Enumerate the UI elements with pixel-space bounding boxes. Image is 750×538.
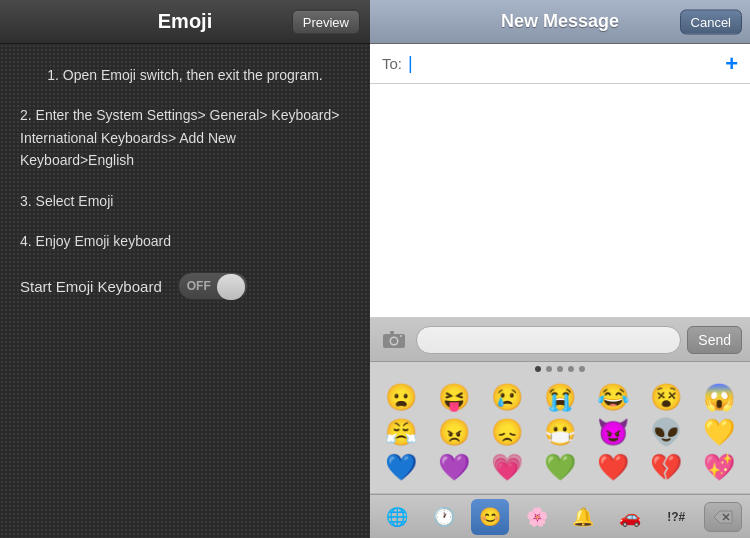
camera-button[interactable] bbox=[378, 324, 410, 356]
emoji-sad[interactable]: 😞 bbox=[491, 417, 523, 448]
emoji-row-2: 😤 😠 😞 😷 😈 👽 💛 bbox=[374, 417, 746, 448]
emoji-yellow-heart[interactable]: 💛 bbox=[703, 417, 735, 448]
emoji-laugh-cry[interactable]: 😂 bbox=[597, 382, 629, 413]
dot-2 bbox=[546, 366, 552, 372]
emoji-alien[interactable]: 👽 bbox=[650, 417, 682, 448]
preview-button[interactable]: Preview bbox=[292, 9, 360, 34]
svg-point-2 bbox=[391, 338, 397, 344]
to-row: To: | + bbox=[370, 44, 750, 84]
start-label: Start Emoji Keyboard bbox=[20, 278, 162, 295]
svg-point-4 bbox=[400, 335, 402, 337]
globe-button[interactable]: 🌐 bbox=[378, 499, 416, 535]
message-input[interactable] bbox=[416, 326, 681, 354]
right-panel: New Message Cancel To: | + Send 😦 bbox=[370, 0, 750, 538]
to-label: To: bbox=[382, 55, 402, 72]
toggle-label: OFF bbox=[187, 279, 211, 293]
emoji-pink-heart[interactable]: 💗 bbox=[491, 452, 523, 483]
emoji-mask[interactable]: 😷 bbox=[544, 417, 576, 448]
emoji-worried[interactable]: 😦 bbox=[385, 382, 417, 413]
emoji-toolbar: 🌐 🕐 😊 🌸 🔔 🚗 !?# bbox=[370, 494, 750, 538]
emoji-red-heart[interactable]: ❤️ bbox=[597, 452, 629, 483]
emoji-sob[interactable]: 😭 bbox=[544, 382, 576, 413]
emoji-steam[interactable]: 😤 bbox=[385, 417, 417, 448]
emoji-angry[interactable]: 😠 bbox=[438, 417, 470, 448]
emoji-section: 😦 😝 😢 😭 😂 😵 😱 😤 😠 😞 😷 😈 👽 💛 💙 💜 💗 💚 ❤️ 💔 bbox=[370, 376, 750, 494]
bell-button[interactable]: 🔔 bbox=[564, 499, 602, 535]
left-title: Emoji bbox=[158, 10, 212, 33]
emoji-green-heart[interactable]: 💚 bbox=[544, 452, 576, 483]
dot-3 bbox=[557, 366, 563, 372]
emoji-button[interactable]: 😊 bbox=[471, 499, 509, 535]
recent-button[interactable]: 🕐 bbox=[425, 499, 463, 535]
step-1: 1. Open Emoji switch, then exit the prog… bbox=[20, 64, 350, 86]
emoji-squint[interactable]: 😝 bbox=[438, 382, 470, 413]
send-button[interactable]: Send bbox=[687, 326, 742, 354]
delete-button[interactable] bbox=[704, 502, 742, 532]
svg-rect-3 bbox=[390, 331, 394, 334]
emoji-devil[interactable]: 😈 bbox=[597, 417, 629, 448]
toggle-knob bbox=[217, 274, 245, 300]
left-content: 1. Open Emoji switch, then exit the prog… bbox=[0, 44, 370, 538]
add-recipient-button[interactable]: + bbox=[725, 51, 738, 77]
emoji-sparkle-heart[interactable]: 💖 bbox=[703, 452, 735, 483]
dot-1 bbox=[535, 366, 541, 372]
dot-4 bbox=[568, 366, 574, 372]
emoji-dizzy[interactable]: 😵 bbox=[650, 382, 682, 413]
left-header: Emoji Preview bbox=[0, 0, 370, 44]
page-dots bbox=[370, 362, 750, 376]
symbols-button[interactable]: !?# bbox=[657, 499, 695, 535]
message-title: New Message bbox=[501, 11, 619, 32]
left-panel: Emoji Preview 1. Open Emoji switch, then… bbox=[0, 0, 370, 538]
right-header: New Message Cancel bbox=[370, 0, 750, 44]
step-3: 3. Select Emoji bbox=[20, 190, 350, 212]
emoji-blue-heart[interactable]: 💙 bbox=[385, 452, 417, 483]
dot-5 bbox=[579, 366, 585, 372]
travel-button[interactable]: 🚗 bbox=[611, 499, 649, 535]
emoji-broken-heart[interactable]: 💔 bbox=[650, 452, 682, 483]
emoji-scream[interactable]: 😱 bbox=[703, 382, 735, 413]
start-row: Start Emoji Keyboard OFF bbox=[20, 272, 350, 300]
toggle-switch[interactable]: OFF bbox=[178, 272, 248, 300]
step-4: 4. Enjoy Emoji keyboard bbox=[20, 230, 350, 252]
cancel-button[interactable]: Cancel bbox=[680, 9, 742, 34]
emoji-row-3: 💙 💜 💗 💚 ❤️ 💔 💖 bbox=[374, 452, 746, 483]
message-body[interactable] bbox=[370, 84, 750, 318]
nature-button[interactable]: 🌸 bbox=[518, 499, 556, 535]
to-cursor: | bbox=[408, 53, 413, 74]
message-input-row: Send bbox=[370, 318, 750, 362]
emoji-purple-heart[interactable]: 💜 bbox=[438, 452, 470, 483]
step-2: 2. Enter the System Settings> General> K… bbox=[20, 104, 350, 171]
emoji-cry[interactable]: 😢 bbox=[491, 382, 523, 413]
emoji-row-1: 😦 😝 😢 😭 😂 😵 😱 bbox=[374, 382, 746, 413]
